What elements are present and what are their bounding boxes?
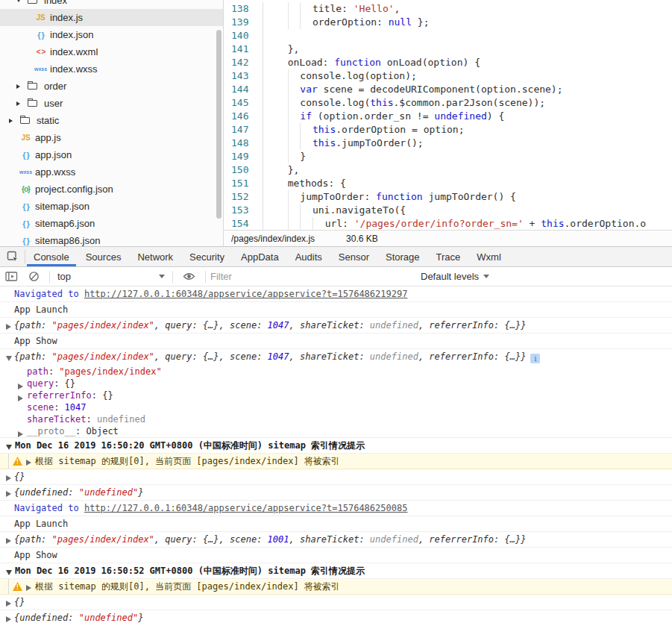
indent-guide (276, 96, 288, 110)
expand-closed-icon[interactable] (6, 324, 11, 330)
console-token: query (27, 378, 54, 389)
live-expression-button[interactable] (178, 272, 201, 281)
code-line[interactable]: this.jumpToOrder(); (276, 137, 672, 150)
console-message: 根据 sitemap 的规则[0], 当前页面 [pages/index/ind… (35, 581, 340, 592)
tree-item-sitemap.json[interactable]: { }sitemap.json (0, 198, 223, 215)
console-row-grp[interactable]: Mon Dec 16 2019 16:50:52 GMT+0800 (中国标准时… (0, 563, 672, 579)
show-console-sidebar-button[interactable] (0, 271, 23, 282)
tab-sources[interactable]: Sources (78, 247, 130, 266)
console-row-prev[interactable]: {path: "pages/index/index", query: {…}, … (0, 532, 672, 548)
expand-open-icon[interactable] (6, 445, 12, 450)
expand-closed-icon[interactable] (26, 585, 31, 591)
tree-item-app.wxss[interactable]: wxssapp.wxss (0, 163, 223, 181)
code-line[interactable]: orderOption: null }; (276, 16, 672, 29)
expand-closed-icon[interactable] (6, 475, 11, 481)
tab-network[interactable]: Network (129, 247, 181, 266)
console-token: {undefined: (14, 613, 79, 623)
console-filter-input[interactable] (210, 271, 410, 282)
code-line[interactable]: this.orderOption = option; (276, 123, 672, 137)
expand-closed-icon[interactable] (18, 383, 23, 389)
code-line[interactable]: var scene = decodeURIComponent(option.sc… (276, 83, 672, 96)
tab-trace[interactable]: Trace (428, 247, 469, 266)
tree-item-static[interactable]: static (0, 112, 223, 129)
console-row-prev[interactable]: {} (0, 469, 672, 485)
code-line[interactable]: }, (276, 163, 672, 177)
expand-open-icon[interactable] (6, 356, 12, 361)
tab-console[interactable]: Console (25, 247, 78, 266)
code-line[interactable]: url: '/pages/order/info?order_sn=' + thi… (276, 217, 672, 230)
console-row-prev[interactable]: {path: "pages/index/index", query: {…}, … (0, 318, 672, 334)
tab-storage[interactable]: Storage (377, 247, 428, 266)
inspect-element-button[interactable] (0, 250, 25, 263)
code-area[interactable]: 1381391401411421431441451461471481491501… (224, 0, 672, 230)
code-line[interactable]: jumpToOrder: function jumpToOrder() { (276, 190, 672, 204)
expand-closed-icon[interactable] (6, 491, 11, 497)
line-number: 149 (224, 150, 263, 163)
code-line[interactable]: console.log(option); (276, 69, 672, 83)
code-line[interactable]: uni.navigateTo({ (276, 204, 672, 217)
console-row-warn[interactable]: !根据 sitemap 的规则[0], 当前页面 [pages/index/in… (0, 454, 672, 469)
folder-file-icon (28, 100, 37, 107)
disclosure-closed-icon[interactable] (16, 84, 26, 89)
execution-context-dropdown[interactable]: top (54, 271, 168, 282)
tab-appdata[interactable]: AppData (233, 247, 287, 266)
tree-item-app.js[interactable]: JSapp.js (0, 129, 223, 146)
expand-closed-icon[interactable] (26, 460, 31, 466)
indent-guide (276, 69, 288, 83)
expand-open-icon[interactable] (6, 570, 12, 575)
tree-item-app.json[interactable]: { }app.json (0, 146, 223, 163)
console-row-prev[interactable]: {} (0, 595, 672, 610)
tree-item-order[interactable]: order (0, 78, 223, 95)
tree-item-user[interactable]: user (0, 95, 223, 112)
tree-item-sitemap6.json[interactable]: { }sitemap6.json (0, 215, 223, 232)
expand-closed-icon[interactable] (6, 616, 11, 622)
tree-item-sitemap86.json[interactable]: { }sitemap86.json (0, 232, 223, 246)
indent-guide (300, 123, 313, 137)
console-row-prop[interactable]: __proto__: Object (0, 425, 672, 438)
code-line[interactable]: console.log(this.$common.par2Json(scene)… (276, 96, 672, 110)
console-row-prev[interactable]: {undefined: "undefined"} (0, 485, 672, 501)
console-row-warn[interactable]: !根据 sitemap 的规则[0], 当前页面 [pages/index/in… (0, 579, 672, 595)
code-lines[interactable]: title: 'Hello', orderOption: null }; }, … (263, 2, 672, 230)
tree-item-index.wxml[interactable]: < >index.wxml (0, 43, 223, 60)
log-levels-dropdown[interactable]: Default levels (421, 271, 489, 282)
console-row-grp[interactable]: Mon Dec 16 2019 16:50:20 GMT+0800 (中国标准时… (0, 438, 672, 454)
sidebar-scrollbar[interactable] (216, 30, 222, 219)
code-line[interactable]: if (option.order_sn != undefined) { (276, 110, 672, 123)
console-link[interactable]: http://127.0.0.1:60348/appservice/appser… (84, 503, 407, 513)
console-token: {} (14, 597, 25, 607)
disclosure-closed-icon[interactable] (9, 119, 19, 123)
console-row-prop[interactable]: referrerInfo: {} (0, 389, 672, 401)
tree-item-project.config.json[interactable]: {o}project.config.json (0, 181, 223, 198)
tree-item-index.js[interactable]: JSindex.js (0, 9, 223, 26)
clear-console-button[interactable] (23, 271, 45, 282)
code-line[interactable] (276, 29, 672, 43)
console-row-prev[interactable]: {path: "pages/index/index", query: {…}, … (0, 349, 672, 366)
expand-closed-icon[interactable] (6, 601, 11, 607)
expand-closed-icon[interactable] (6, 538, 11, 544)
console-row-prop[interactable]: query: {} (0, 378, 672, 389)
code-line[interactable]: methods: { (276, 177, 672, 190)
code-line[interactable]: onLoad: function onLoad(option) { (276, 56, 672, 69)
indent-guide (288, 16, 301, 29)
tab-audits[interactable]: Audits (287, 247, 330, 266)
indent-guide (300, 217, 313, 230)
code-line[interactable]: title: 'Hello', (276, 2, 672, 16)
disclosure-open-icon[interactable] (16, 0, 26, 2)
tab-sensor[interactable]: Sensor (330, 247, 377, 266)
console-token: App Launch (14, 304, 68, 315)
code-token: title: (313, 3, 354, 14)
tree-item-index.json[interactable]: { }index.json (0, 26, 223, 43)
console-token: App Show (14, 336, 57, 346)
disclosure-closed-icon[interactable] (16, 101, 26, 106)
code-line[interactable]: }, (276, 43, 672, 56)
tab-security[interactable]: Security (181, 247, 233, 266)
code-line[interactable]: } (276, 150, 672, 163)
console-link[interactable]: http://127.0.0.1:60348/appservice/appser… (84, 289, 407, 299)
expand-closed-icon[interactable] (18, 395, 23, 401)
tree-item-index.wxss[interactable]: wxssindex.wxss (0, 60, 223, 78)
tree-item-index[interactable]: index (0, 0, 223, 9)
tab-wxml[interactable]: Wxml (468, 247, 509, 266)
expand-closed-icon[interactable] (18, 431, 23, 437)
console-row-prev[interactable]: {undefined: "undefined"} (0, 610, 672, 623)
